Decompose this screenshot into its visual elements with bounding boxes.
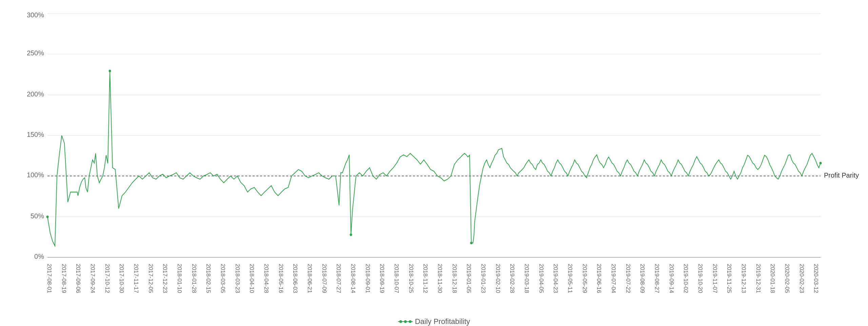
svg-text:2018-04-28: 2018-04-28 <box>263 264 270 293</box>
svg-text:2019-02-28: 2019-02-28 <box>509 264 515 293</box>
svg-text:2018-11-12: 2018-11-12 <box>422 264 429 293</box>
svg-text:2017-12-05: 2017-12-05 <box>148 264 154 293</box>
svg-text:2017-09-24: 2017-09-24 <box>90 264 96 293</box>
chart-legend: Daily Profitability <box>398 317 470 326</box>
svg-text:2018-06-21: 2018-06-21 <box>307 264 313 293</box>
svg-text:2018-08-14: 2018-08-14 <box>350 264 356 293</box>
svg-text:2019-01-05: 2019-01-05 <box>466 264 472 293</box>
chart-container: 0% 50% 100% 150% 200% 250% 300% Profit P… <box>0 0 868 326</box>
svg-text:2017-08-01: 2017-08-01 <box>46 264 53 293</box>
svg-text:2017-10-12: 2017-10-12 <box>104 264 111 293</box>
svg-text:2019-04-05: 2019-04-05 <box>538 264 545 293</box>
svg-text:2017-08-19: 2017-08-19 <box>61 264 67 293</box>
legend-item: Daily Profitability <box>398 317 470 326</box>
svg-text:300%: 300% <box>27 11 44 19</box>
svg-text:2019-09-14: 2019-09-14 <box>669 264 675 293</box>
svg-text:200%: 200% <box>27 90 44 98</box>
svg-text:2020-02-23: 2020-02-23 <box>799 264 805 293</box>
svg-text:2019-10-02: 2019-10-02 <box>683 264 689 293</box>
svg-text:2018-07-27: 2018-07-27 <box>336 264 342 293</box>
svg-point-19 <box>350 234 352 236</box>
svg-text:2019-08-09: 2019-08-09 <box>639 264 646 293</box>
svg-text:2017-10-30: 2017-10-30 <box>119 264 125 293</box>
svg-point-20 <box>470 242 473 244</box>
svg-text:2017-11-17: 2017-11-17 <box>133 264 139 293</box>
svg-text:2017-09-06: 2017-09-06 <box>75 264 81 293</box>
svg-text:150%: 150% <box>27 130 44 139</box>
svg-text:2018-12-18: 2018-12-18 <box>452 264 458 293</box>
svg-text:2018-04-10: 2018-04-10 <box>249 264 255 293</box>
svg-text:250%: 250% <box>27 49 44 57</box>
svg-text:2019-07-04: 2019-07-04 <box>611 264 617 293</box>
svg-text:Profit Parity: Profit Parity <box>824 171 859 179</box>
svg-text:2018-05-16: 2018-05-16 <box>278 264 284 293</box>
svg-text:0%: 0% <box>34 252 44 260</box>
svg-point-21 <box>820 162 822 164</box>
svg-text:2018-10-07: 2018-10-07 <box>394 264 400 293</box>
svg-point-79 <box>409 320 412 323</box>
svg-text:2018-06-03: 2018-06-03 <box>292 264 298 293</box>
svg-text:2018-03-05: 2018-03-05 <box>220 264 226 293</box>
svg-point-18 <box>109 70 111 72</box>
svg-text:2019-08-27: 2019-08-27 <box>654 264 660 293</box>
svg-point-78 <box>404 320 407 323</box>
legend-label: Daily Profitability <box>415 317 470 326</box>
svg-text:2018-07-09: 2018-07-09 <box>321 264 328 293</box>
svg-text:2018-01-10: 2018-01-10 <box>177 264 183 293</box>
svg-text:2019-05-29: 2019-05-29 <box>582 264 588 293</box>
svg-text:2018-10-25: 2018-10-25 <box>408 264 414 293</box>
chart-area: 0% 50% 100% 150% 200% 250% 300% Profit P… <box>27 14 834 272</box>
svg-text:2019-04-23: 2019-04-23 <box>553 264 559 293</box>
svg-text:2020-03-12: 2020-03-12 <box>813 264 819 293</box>
svg-text:2019-07-22: 2019-07-22 <box>625 264 631 293</box>
svg-text:2019-03-18: 2019-03-18 <box>524 264 530 293</box>
chart-svg: 0% 50% 100% 150% 200% 250% 300% Profit P… <box>27 14 834 272</box>
svg-text:2019-11-07: 2019-11-07 <box>712 264 718 293</box>
svg-text:2018-11-30: 2018-11-30 <box>437 264 443 293</box>
svg-text:2019-10-20: 2019-10-20 <box>697 264 704 293</box>
svg-text:2019-11-25: 2019-11-25 <box>726 264 732 293</box>
svg-text:2018-03-23: 2018-03-23 <box>235 264 241 293</box>
svg-text:2018-02-15: 2018-02-15 <box>205 264 212 293</box>
svg-point-77 <box>399 320 402 323</box>
svg-text:2019-01-23: 2019-01-23 <box>480 264 487 293</box>
svg-text:2020-02-05: 2020-02-05 <box>784 264 790 293</box>
svg-text:2018-09-19: 2018-09-19 <box>379 264 385 293</box>
legend-icon <box>398 319 413 324</box>
svg-text:2017-12-23: 2017-12-23 <box>162 264 168 293</box>
svg-text:2019-12-13: 2019-12-13 <box>741 264 747 293</box>
svg-text:2018-09-01: 2018-09-01 <box>365 264 371 293</box>
svg-text:100%: 100% <box>27 171 44 179</box>
svg-text:2019-02-10: 2019-02-10 <box>495 264 501 293</box>
svg-text:2019-05-11: 2019-05-11 <box>567 264 573 293</box>
svg-point-17 <box>46 216 49 218</box>
svg-text:2019-06-16: 2019-06-16 <box>596 264 602 293</box>
svg-text:50%: 50% <box>31 212 44 220</box>
svg-text:2018-01-28: 2018-01-28 <box>191 264 197 293</box>
svg-text:2020-01-18: 2020-01-18 <box>770 264 776 293</box>
svg-text:2019-12-31: 2019-12-31 <box>755 264 762 293</box>
